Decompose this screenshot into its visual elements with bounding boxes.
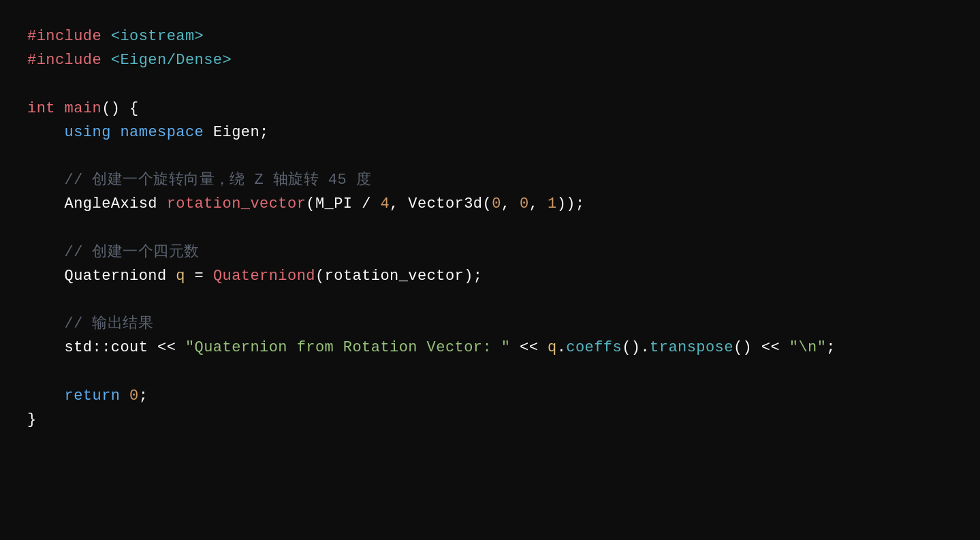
empty-1 — [27, 72, 953, 96]
line-cout: std::cout << "Quaternion from Rotation V… — [27, 336, 953, 360]
line-comment-2: // 创建一个四元数 — [27, 240, 953, 264]
code-editor: #include <iostream>#include <Eigen/Dense… — [0, 0, 980, 540]
line-using: using namespace Eigen; — [27, 121, 953, 144]
empty-5 — [27, 360, 953, 384]
code-block: #include <iostream>#include <Eigen/Dense… — [27, 25, 953, 432]
line-comment-3: // 输出结果 — [27, 312, 953, 336]
line-angleaxis: AngleAxisd rotation_vector(M_PI / 4, Vec… — [27, 192, 953, 216]
line-close: } — [27, 408, 953, 432]
line-comment-1: // 创建一个旋转向量，绕 Z 轴旋转 45 度 — [27, 168, 953, 192]
line-main: int main() { — [27, 97, 953, 121]
line-include-2: #include <Eigen/Dense> — [27, 48, 953, 72]
line-include-1: #include <iostream> — [27, 25, 953, 48]
empty-4 — [27, 288, 953, 312]
line-return: return 0; — [27, 384, 953, 408]
empty-3 — [27, 217, 953, 240]
empty-2 — [27, 144, 953, 168]
line-quaternion: Quaterniond q = Quaterniond(rotation_vec… — [27, 264, 953, 288]
